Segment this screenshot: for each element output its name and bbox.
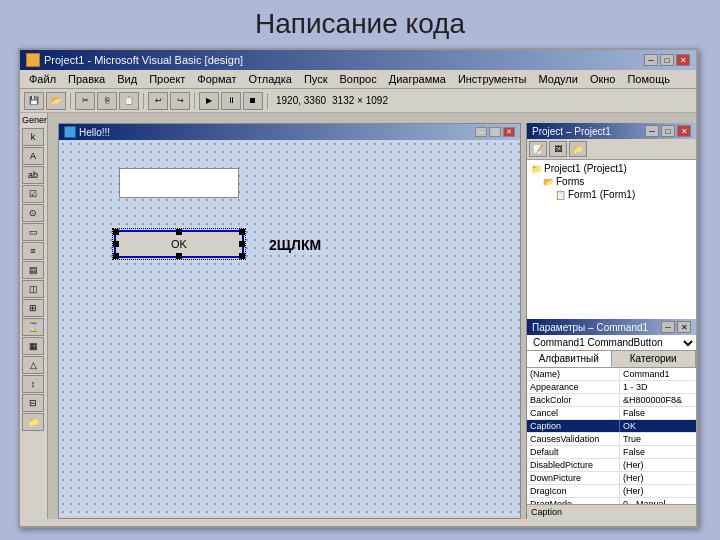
toolbox-item-2[interactable]: ab [22, 166, 44, 184]
menu-view[interactable]: Вид [112, 72, 142, 86]
form-maximize-btn[interactable]: □ [489, 127, 501, 137]
menu-modules[interactable]: Модули [533, 72, 582, 86]
form-ok-button[interactable]: OK [114, 230, 244, 258]
explorer-toolbar: 📝 🖼 📁 [527, 139, 696, 160]
menu-help[interactable]: Помощь [622, 72, 675, 86]
explorer-view-form-btn[interactable]: 🖼 [549, 141, 567, 157]
tree-item-project[interactable]: 📁 Project1 (Project1) [529, 162, 694, 175]
props-close-btn[interactable]: ✕ [677, 321, 691, 333]
toolbar-coord2: 3132 × 1092 [332, 95, 388, 106]
toolbar-redo-btn[interactable]: ↪ [170, 92, 190, 110]
ide-titlebar: Project1 - Microsoft Visual Basic [desig… [20, 50, 696, 70]
ide-close-button[interactable]: ✕ [676, 54, 690, 66]
project-icon: 📁 [531, 164, 542, 174]
toolbox: General k A ab ☑ ⊙ ▭ ≡ ▤ ◫ ⊞ ⌛ ▦ △ ↕ ⊟ 📁 [20, 113, 48, 519]
ide-titlebar-text: Project1 - Microsoft Visual Basic [desig… [44, 54, 243, 66]
handle-mr [239, 241, 245, 247]
handle-tc [176, 229, 182, 235]
toolbar-open-btn[interactable]: 📂 [46, 92, 66, 110]
menu-diagram[interactable]: Диаграмма [384, 72, 451, 86]
tree-item-forms[interactable]: 📂 Forms [541, 175, 694, 188]
prop-name: CausesValidation [527, 433, 620, 445]
explorer-minimize-btn[interactable]: ─ [645, 125, 659, 137]
toolbar-save-btn[interactable]: 💾 [24, 92, 44, 110]
prop-row[interactable]: BackColor&H800000F8& [527, 394, 696, 407]
project-explorer: Project – Project1 ─ □ ✕ 📝 🖼 📁 📁 Proj [526, 123, 696, 319]
toolbox-item-4[interactable]: ⊙ [22, 204, 44, 222]
toolbar-copy-btn[interactable]: ⎘ [97, 92, 117, 110]
toolbox-item-11[interactable]: ▦ [22, 337, 44, 355]
tree-item-form1[interactable]: 📋 Form1 (Form1) [553, 188, 694, 201]
properties-panel: Параметры – Command1 ─ ✕ Command1 Comman… [526, 319, 696, 519]
toolbox-item-12[interactable]: △ [22, 356, 44, 374]
prop-row[interactable]: DefaultFalse [527, 446, 696, 459]
explorer-close-btn[interactable]: ✕ [677, 125, 691, 137]
menu-run[interactable]: Пуск [299, 72, 333, 86]
ide-titlebar-controls: ─ □ ✕ [644, 54, 690, 66]
menu-window[interactable]: Окно [585, 72, 621, 86]
form-titlebar-left: Hello!!! [64, 126, 110, 138]
toolbox-item-9[interactable]: ⊞ [22, 299, 44, 317]
toolbox-item-10[interactable]: ⌛ [22, 318, 44, 336]
toolbar-stop-btn[interactable]: ⏹ [243, 92, 263, 110]
toolbox-item-7[interactable]: ▤ [22, 261, 44, 279]
prop-value: False [620, 446, 696, 458]
toolbox-item-0[interactable]: k [22, 128, 44, 146]
menu-project[interactable]: Проект [144, 72, 190, 86]
toolbox-item-6[interactable]: ≡ [22, 242, 44, 260]
prop-row[interactable]: DisabledPicture(Her) [527, 459, 696, 472]
toolbar-cut-btn[interactable]: ✂ [75, 92, 95, 110]
prop-row[interactable]: CausesValidationTrue [527, 433, 696, 446]
menu-query[interactable]: Вопрос [335, 72, 382, 86]
toolbar-sep2 [143, 93, 144, 109]
toolbar-pause-btn[interactable]: ⏸ [221, 92, 241, 110]
form-close-btn[interactable]: ✕ [503, 127, 515, 137]
menu-tools[interactable]: Инструменты [453, 72, 532, 86]
tab-alphabetical[interactable]: Алфавитный [527, 351, 612, 367]
form-design-surface[interactable]: OK 2ЩЛКМ [59, 140, 520, 516]
prop-row[interactable]: Appearance1 - 3D [527, 381, 696, 394]
toolbox-item-8[interactable]: ◫ [22, 280, 44, 298]
properties-caption-hint: Caption [527, 504, 696, 519]
toolbox-item-14[interactable]: ⊟ [22, 394, 44, 412]
prop-row[interactable]: CaptionOK [527, 420, 696, 433]
menu-bar: Файл Правка Вид Проект Формат Отладка Пу… [20, 70, 696, 89]
toolbox-item-3[interactable]: ☑ [22, 185, 44, 203]
props-minimize-btn[interactable]: ─ [661, 321, 675, 333]
explorer-maximize-btn[interactable]: □ [661, 125, 675, 137]
prop-row[interactable]: (Name)Command1 [527, 368, 696, 381]
explorer-view-code-btn[interactable]: 📝 [529, 141, 547, 157]
prop-name: (Name) [527, 368, 620, 380]
explorer-title: Project – Project1 ─ □ ✕ [527, 123, 696, 139]
explorer-toggle-btn[interactable]: 📁 [569, 141, 587, 157]
toolbox-item-15[interactable]: 📁 [22, 413, 44, 431]
ide-minimize-button[interactable]: ─ [644, 54, 658, 66]
menu-debug[interactable]: Отладка [243, 72, 296, 86]
toolbar-paste-btn[interactable]: 📋 [119, 92, 139, 110]
toolbox-item-13[interactable]: ↕ [22, 375, 44, 393]
prop-row[interactable]: DragIcon(Her) [527, 485, 696, 498]
toolbox-item-1[interactable]: A [22, 147, 44, 165]
form-minimize-btn[interactable]: ─ [475, 127, 487, 137]
toolbar: 💾 📂 ✂ ⎘ 📋 ↩ ↪ ▶ ⏸ ⏹ 1920, 3360 3132 × 10… [20, 89, 696, 113]
prop-value: (Her) [620, 459, 696, 471]
click-label: 2ЩЛКМ [269, 237, 321, 253]
toolbar-undo-btn[interactable]: ↩ [148, 92, 168, 110]
ide-window: Project1 - Microsoft Visual Basic [desig… [18, 48, 698, 528]
form-textbox[interactable] [119, 168, 239, 198]
prop-name: Appearance [527, 381, 620, 393]
tab-categories[interactable]: Категории [612, 351, 697, 367]
prop-value: 1 - 3D [620, 381, 696, 393]
menu-edit[interactable]: Правка [63, 72, 110, 86]
designer-area: Hello!!! ─ □ ✕ [48, 113, 696, 519]
prop-value: &H800000F8& [620, 394, 696, 406]
menu-format[interactable]: Формат [192, 72, 241, 86]
prop-row[interactable]: CancelFalse [527, 407, 696, 420]
prop-row[interactable]: DownPicture(Her) [527, 472, 696, 485]
toolbox-item-5[interactable]: ▭ [22, 223, 44, 241]
menu-file[interactable]: Файл [24, 72, 61, 86]
toolbar-run-btn[interactable]: ▶ [199, 92, 219, 110]
properties-object-select[interactable]: Command1 CommandButton [527, 335, 696, 351]
toolbox-label: General [22, 115, 45, 125]
ide-maximize-button[interactable]: □ [660, 54, 674, 66]
